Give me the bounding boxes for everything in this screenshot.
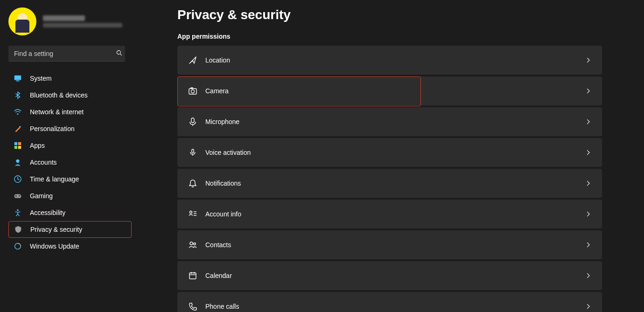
- sidebar-item-gaming[interactable]: Gaming: [8, 187, 132, 204]
- sidebar-item-accounts[interactable]: Accounts: [8, 154, 132, 171]
- permission-label: Microphone: [205, 118, 585, 125]
- phone-calls-icon: [188, 302, 198, 311]
- permission-tile-microphone[interactable]: Microphone: [177, 107, 602, 136]
- chevron-right-icon: [585, 303, 592, 310]
- permission-label: Camera: [205, 87, 585, 95]
- chevron-right-icon: [585, 88, 592, 94]
- sidebar-item-privacy-security[interactable]: Privacy & security: [8, 221, 132, 238]
- sidebar-item-time-language[interactable]: Time & language: [8, 171, 132, 187]
- time-language-icon: [13, 175, 22, 183]
- accessibility-icon: [13, 208, 22, 217]
- sidebar-item-network-internet[interactable]: Network & internet: [8, 104, 132, 120]
- permission-label: Phone calls: [205, 303, 585, 310]
- settings-app: SystemBluetooth & devicesNetwork & inter…: [0, 0, 644, 312]
- gaming-icon: [13, 192, 22, 200]
- sidebar-item-label: Privacy & security: [30, 226, 82, 233]
- avatar: [8, 7, 36, 35]
- voice-activation-icon: [188, 148, 198, 157]
- chevron-right-icon: [585, 211, 592, 217]
- permission-label: Location: [205, 56, 585, 64]
- sidebar-item-label: Apps: [30, 142, 45, 149]
- system-icon: [13, 74, 22, 83]
- sidebar-item-personalization[interactable]: Personalization: [8, 120, 132, 137]
- permission-label: Calendar: [205, 272, 585, 279]
- sidebar-item-label: Windows Update: [30, 243, 79, 250]
- account-info-icon: [188, 209, 198, 219]
- permission-tile-phone-calls[interactable]: Phone calls: [177, 292, 602, 312]
- permission-tile-voice-activation[interactable]: Voice activation: [177, 138, 602, 167]
- user-profile-text: [43, 15, 122, 28]
- calendar-icon: [188, 271, 198, 280]
- sidebar-item-windows-update[interactable]: Windows Update: [8, 238, 132, 255]
- main-content: Privacy & security App permissions Locat…: [140, 0, 644, 312]
- sidebar-item-system[interactable]: System: [8, 70, 132, 87]
- bluetooth-icon: [13, 91, 22, 99]
- chevron-right-icon: [585, 272, 592, 279]
- network-icon: [13, 108, 22, 116]
- chevron-right-icon: [585, 57, 592, 63]
- sidebar-item-label: Accounts: [30, 159, 57, 166]
- permission-tiles: LocationCameraMicrophoneVoice activation…: [177, 46, 602, 312]
- permission-tile-notifications[interactable]: Notifications: [177, 169, 602, 198]
- chevron-right-icon: [585, 242, 592, 248]
- sidebar-item-label: System: [30, 75, 52, 82]
- user-email: [43, 23, 122, 28]
- privacy-icon: [14, 225, 23, 234]
- microphone-icon: [188, 117, 198, 126]
- permission-tile-location[interactable]: Location: [177, 46, 602, 75]
- apps-icon: [13, 141, 22, 150]
- permission-label: Voice activation: [205, 149, 585, 156]
- search-container: [8, 46, 132, 62]
- permission-tile-camera[interactable]: Camera: [177, 76, 602, 105]
- sidebar-item-label: Accessibility: [30, 209, 65, 216]
- sidebar: SystemBluetooth & devicesNetwork & inter…: [0, 0, 140, 312]
- sidebar-item-label: Time & language: [30, 175, 79, 183]
- update-icon: [13, 242, 22, 250]
- personalization-icon: [13, 125, 22, 133]
- location-icon: [188, 55, 198, 65]
- permission-tile-calendar[interactable]: Calendar: [177, 261, 602, 290]
- section-title: App permissions: [177, 33, 602, 40]
- sidebar-item-bluetooth-devices[interactable]: Bluetooth & devices: [8, 87, 132, 104]
- notifications-icon: [188, 179, 198, 188]
- user-name: [43, 15, 85, 21]
- sidebar-nav: SystemBluetooth & devicesNetwork & inter…: [8, 70, 132, 255]
- accounts-icon: [13, 158, 22, 166]
- chevron-right-icon: [585, 149, 592, 156]
- user-profile[interactable]: [8, 7, 132, 35]
- chevron-right-icon: [585, 118, 592, 125]
- sidebar-item-accessibility[interactable]: Accessibility: [8, 204, 132, 221]
- sidebar-item-label: Personalization: [30, 125, 75, 132]
- search-icon: [116, 49, 123, 57]
- permission-label: Contacts: [205, 241, 585, 249]
- chevron-right-icon: [585, 180, 592, 187]
- permission-tile-account-info[interactable]: Account info: [177, 200, 602, 229]
- search-input[interactable]: [8, 46, 125, 62]
- sidebar-item-label: Gaming: [30, 192, 53, 200]
- sidebar-item-label: Network & internet: [30, 108, 84, 116]
- permission-tile-contacts[interactable]: Contacts: [177, 230, 602, 259]
- permission-label: Account info: [205, 210, 585, 218]
- page-title: Privacy & security: [177, 7, 602, 22]
- contacts-icon: [188, 240, 198, 250]
- permission-label: Notifications: [205, 180, 585, 187]
- sidebar-item-apps[interactable]: Apps: [8, 137, 132, 154]
- sidebar-item-label: Bluetooth & devices: [30, 91, 88, 99]
- camera-icon: [188, 86, 198, 96]
